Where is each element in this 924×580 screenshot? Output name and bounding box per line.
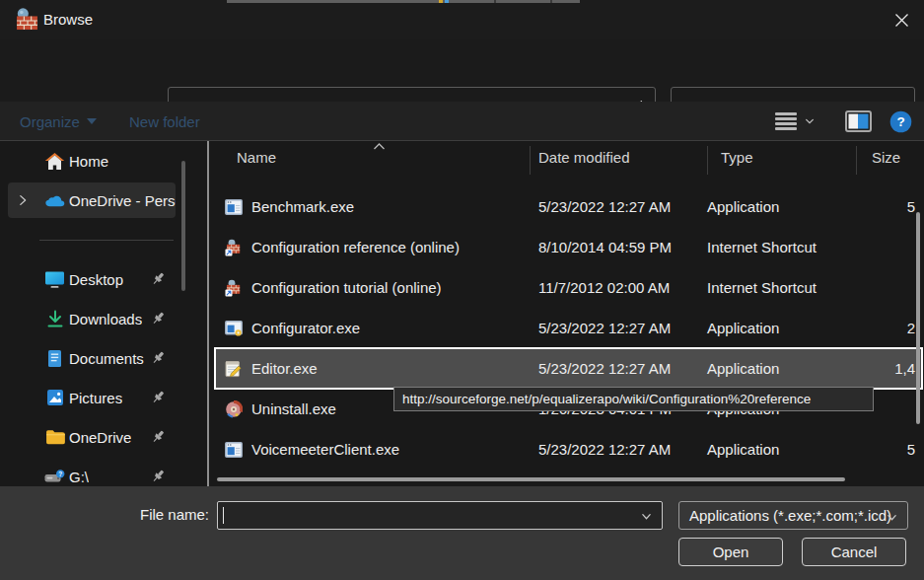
file-name: Configuration tutorial (online) <box>251 279 442 296</box>
url-tooltip: http://sourceforge.net/p/equalizerapo/wi… <box>393 387 874 411</box>
chevron-down-icon[interactable] <box>640 511 653 521</box>
navigation-bar: « Program Files › EqualizerAPO › <box>0 39 924 102</box>
home-icon <box>44 151 65 172</box>
open-button[interactable]: Open <box>678 538 783 566</box>
chevron-down-icon <box>804 116 816 126</box>
app-window-icon <box>225 198 243 216</box>
background-speck <box>445 0 449 3</box>
desktop-icon <box>44 269 65 290</box>
file-name: Editor.exe <box>251 360 318 377</box>
web-shortcut-icon <box>225 239 243 256</box>
pin-icon <box>151 350 167 366</box>
sidebar-item-label: Pictures <box>69 390 122 406</box>
file-row-benchmark-exe[interactable]: Benchmark.exe5/23/2022 12:27 AMApplicati… <box>215 186 922 227</box>
background-speck <box>439 0 443 3</box>
content-area: HomeOneDrive - PersoDesktopDownloadsDocu… <box>0 141 924 486</box>
equalizerapo-brick-wall-icon <box>16 7 38 32</box>
file-date-modified: 5/23/2022 12:27 AM <box>538 360 707 377</box>
details-view-icon <box>775 112 798 130</box>
sidebar-item-label: Downloads <box>69 311 142 327</box>
dialog-footer: File name: Applications (*.exe;*.com;*.i… <box>0 486 924 580</box>
uninstall-icon <box>225 400 243 418</box>
downloads-icon <box>44 309 65 329</box>
column-separator[interactable] <box>707 146 708 175</box>
sort-ascending-icon <box>373 142 386 151</box>
editor-icon <box>225 360 243 378</box>
sidebar-item-documents[interactable]: Documents <box>8 340 176 376</box>
column-header-date-modified[interactable]: Date modified <box>538 149 630 166</box>
column-header-size[interactable]: Size <box>872 149 900 166</box>
file-size: 5 <box>856 198 922 215</box>
sidebar-item-onedrive[interactable]: OneDrive <box>8 419 176 455</box>
column-header-type[interactable]: Type <box>721 149 753 166</box>
file-name: VoicemeeterClient.exe <box>251 441 399 458</box>
help-icon: ? <box>889 110 912 133</box>
change-view-button[interactable] <box>775 108 815 135</box>
close-button[interactable] <box>879 0 924 39</box>
organize-button[interactable]: Organize <box>20 102 97 141</box>
file-date-modified: 5/23/2022 12:27 AM <box>538 441 707 458</box>
svg-text:?: ? <box>58 470 62 476</box>
file-type-dropdown[interactable]: Applications (*.exe;*.com;*.icd) <box>678 501 908 530</box>
file-row-configurator-exe[interactable]: Configurator.exe5/23/2022 12:27 AMApplic… <box>215 308 922 348</box>
documents-icon <box>44 348 65 369</box>
file-row-configuration-reference-online[interactable]: Configuration reference (online)8/10/201… <box>215 227 922 267</box>
expand-chevron-right-icon[interactable] <box>16 193 30 207</box>
sidebar-item-label: OneDrive <box>69 429 131 446</box>
sidebar-scrollbar[interactable] <box>181 161 185 291</box>
file-type: Internet Shortcut <box>707 239 856 255</box>
sidebar-separator <box>39 240 174 241</box>
command-toolbar: Organize New folder ? <box>0 102 924 141</box>
background-window-sliver <box>227 0 580 3</box>
navigation-sidebar: HomeOneDrive - PersoDesktopDownloadsDocu… <box>0 141 207 486</box>
sidebar-item-home[interactable]: Home <box>8 143 176 179</box>
file-row-voicemeeterclient-exe[interactable]: VoicemeeterClient.exe5/23/2022 12:27 AMA… <box>215 429 922 470</box>
file-type: Internet Shortcut <box>707 279 856 296</box>
file-row-configuration-tutorial-online[interactable]: Configuration tutorial (online)11/7/2012… <box>215 267 922 308</box>
file-size: 2 <box>856 320 922 336</box>
caret-down-icon <box>87 118 97 124</box>
sidebar-item-label: G:\ <box>69 469 89 485</box>
file-size: 5 <box>856 441 922 458</box>
file-type-value: Applications (*.exe;*.com;*.icd) <box>689 507 891 524</box>
pin-icon <box>151 390 167 405</box>
pin-icon <box>151 469 167 484</box>
sidebar-item-downloads[interactable]: Downloads <box>8 301 176 336</box>
new-folder-button[interactable]: New folder <box>129 102 200 141</box>
svg-text:?: ? <box>896 114 904 129</box>
file-date-modified: 8/10/2014 04:59 PM <box>538 239 707 255</box>
file-type: Application <box>707 198 856 215</box>
file-rows: Benchmark.exe5/23/2022 12:27 AMApplicati… <box>209 186 924 470</box>
sidebar-item-label: OneDrive - Perso <box>69 192 176 209</box>
pin-icon <box>151 271 167 287</box>
web-shortcut-icon <box>225 279 243 297</box>
help-button[interactable]: ? <box>886 108 915 135</box>
sidebar-item-label: Desktop <box>69 271 123 288</box>
file-name: Uninstall.exe <box>251 400 336 417</box>
preview-pane-button[interactable] <box>840 108 876 135</box>
column-header-name[interactable]: Name <box>237 149 276 166</box>
background-speck <box>550 0 552 3</box>
column-separator[interactable] <box>530 146 531 175</box>
file-row-editor-exe[interactable]: Editor.exe5/23/2022 12:27 AMApplication1… <box>215 348 922 389</box>
column-header-row: Name Date modified Type Size <box>209 141 924 179</box>
file-name-label: File name: <box>123 500 209 530</box>
sidebar-item-desktop[interactable]: Desktop <box>8 261 176 297</box>
horizontal-scrollbar[interactable] <box>217 477 845 481</box>
file-name-combobox <box>217 501 663 530</box>
sidebar-item-g[interactable]: ?G:\ <box>8 459 176 486</box>
cancel-button[interactable]: Cancel <box>802 538 906 566</box>
file-type: Application <box>707 360 856 377</box>
sidebar-item-pictures[interactable]: Pictures <box>8 380 176 415</box>
file-size: 1,4 <box>856 360 922 377</box>
vertical-scrollbar[interactable] <box>916 212 920 424</box>
column-separator[interactable] <box>856 146 857 175</box>
drive-icon: ? <box>44 467 65 487</box>
preview-pane-icon <box>845 110 872 132</box>
file-type: Application <box>707 320 856 336</box>
sidebar-item-onedrive-perso[interactable]: OneDrive - Perso <box>8 182 176 218</box>
app-window-icon <box>225 441 243 459</box>
browse-dialog: Browse « Program Files › EqualizerAPO › <box>0 0 924 580</box>
file-name-input[interactable] <box>218 502 632 529</box>
file-list: Name Date modified Type Size Benchmark.e… <box>209 141 924 486</box>
